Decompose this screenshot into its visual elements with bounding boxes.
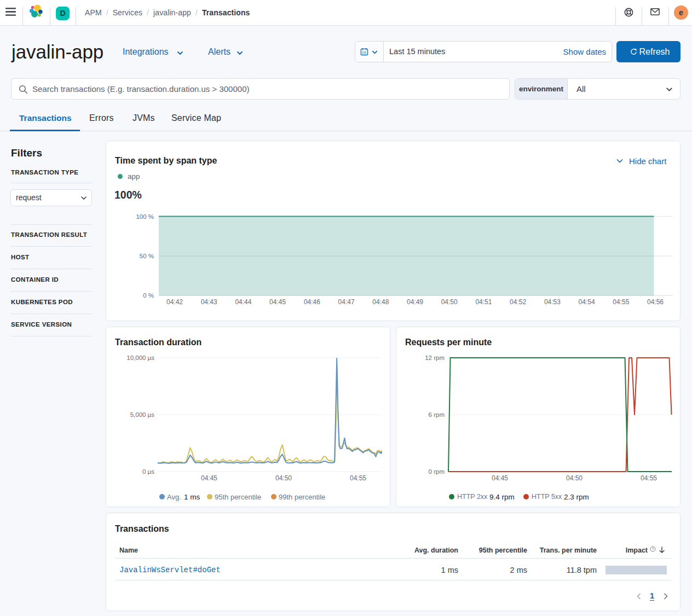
svg-text:12 rpm: 12 rpm — [425, 355, 445, 361]
svg-text:100 %: 100 % — [136, 213, 154, 220]
svg-text:04:46: 04:46 — [304, 298, 320, 306]
svg-text:04:53: 04:53 — [544, 298, 561, 306]
svg-text:04:52: 04:52 — [510, 298, 526, 306]
svg-text:6 rpm: 6 rpm — [429, 411, 445, 418]
svg-text:0 rpm: 0 rpm — [429, 468, 445, 475]
svg-text:04:50: 04:50 — [566, 474, 583, 482]
svg-text:04:50: 04:50 — [275, 474, 292, 482]
svg-text:50 %: 50 % — [140, 253, 154, 259]
svg-text:04:51: 04:51 — [475, 298, 492, 306]
svg-text:04:55: 04:55 — [613, 298, 629, 306]
svg-text:04:49: 04:49 — [407, 298, 423, 306]
svg-text:04:45: 04:45 — [269, 298, 286, 306]
svg-text:04:45: 04:45 — [201, 474, 217, 482]
svg-text:5,000 µs: 5,000 µs — [130, 411, 155, 418]
svg-text:04:42: 04:42 — [166, 298, 183, 306]
svg-text:04:55: 04:55 — [641, 474, 657, 482]
svg-text:04:55: 04:55 — [350, 474, 366, 482]
svg-text:0 µs: 0 µs — [142, 468, 154, 475]
svg-text:04:54: 04:54 — [579, 298, 595, 306]
svg-text:04:47: 04:47 — [338, 298, 355, 306]
svg-text:04:44: 04:44 — [235, 298, 251, 306]
svg-text:04:43: 04:43 — [201, 298, 217, 306]
svg-text:04:45: 04:45 — [492, 474, 508, 482]
svg-text:0 %: 0 % — [143, 292, 154, 299]
svg-text:04:48: 04:48 — [372, 298, 389, 306]
svg-text:04:56: 04:56 — [647, 298, 664, 306]
svg-text:04:50: 04:50 — [441, 298, 458, 306]
svg-text:10,000 µs: 10,000 µs — [126, 355, 154, 361]
